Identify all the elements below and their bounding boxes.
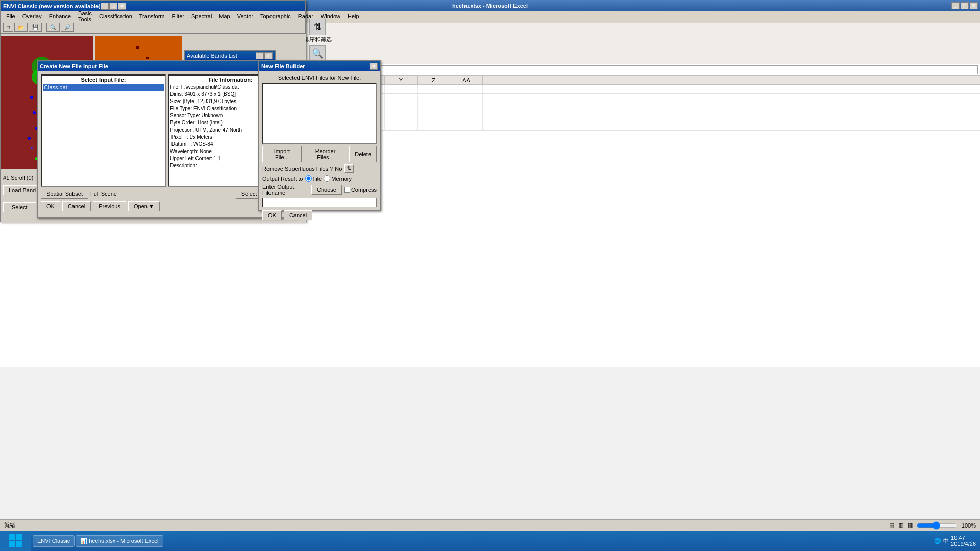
bands-close[interactable]: ✕ (264, 52, 273, 59)
menu-radar[interactable]: Radar (295, 12, 316, 20)
create-previous-button[interactable]: Previous (93, 201, 126, 211)
compress-label[interactable]: Compress (344, 187, 377, 193)
cell[interactable] (450, 94, 483, 103)
sort-filter-btn[interactable]: ⇅ 排序和筛选 (302, 18, 334, 44)
file-list-item[interactable]: Class.dat (43, 84, 164, 91)
select-button[interactable]: Select (3, 202, 36, 212)
spatial-subset-row: Spatial Subset Full Scene Select By File… (41, 189, 293, 199)
col-y[interactable]: Y (385, 76, 418, 84)
memory-radio-label[interactable]: Memory (324, 175, 352, 182)
cell[interactable] (418, 121, 450, 130)
menu-filter[interactable]: Filter (169, 12, 187, 20)
builder-cancel-button[interactable]: Cancel (284, 210, 312, 220)
menu-topographic[interactable]: Topographic (257, 12, 294, 20)
bands-title: Available Bands List (187, 53, 237, 59)
spatial-subset-button[interactable]: Spatial Subset (41, 189, 88, 199)
import-file-button[interactable]: Import File... (262, 146, 302, 162)
toolbar-new[interactable]: □ (3, 23, 13, 32)
menu-vector[interactable]: Vector (234, 12, 256, 20)
choose-button[interactable]: Choose (311, 185, 342, 195)
menu-classification[interactable]: Classification (96, 12, 135, 20)
cell[interactable] (385, 85, 418, 93)
load-band-button[interactable]: Load Band (3, 185, 41, 195)
builder-dialog-controls[interactable]: ✕ (370, 63, 378, 70)
remove-toggle-btn[interactable]: ⇅ (344, 164, 354, 173)
cell[interactable] (450, 121, 483, 130)
compress-checkbox[interactable] (344, 187, 350, 193)
create-open-button[interactable]: Open ▼ (128, 201, 160, 211)
status-bar: 就绪 ▤ ▥ ▦ 100% (0, 519, 980, 531)
bands-title-controls[interactable]: _ ✕ (256, 52, 273, 59)
builder-file-list[interactable] (262, 83, 377, 144)
cell[interactable] (418, 112, 450, 121)
delete-button[interactable]: Delete (349, 146, 377, 162)
cell[interactable] (450, 112, 483, 121)
start-button[interactable] (0, 531, 31, 551)
builder-dialog-titlebar: New File Builder ✕ (259, 61, 380, 71)
menu-overlay[interactable]: Overlay (19, 12, 45, 20)
page-layout-btn[interactable]: ▥ (898, 522, 903, 529)
builder-action-buttons: Import File... Reorder Files... Delete (262, 146, 377, 162)
maximize-btn[interactable]: □ (961, 2, 969, 9)
builder-ok-cancel: OK Cancel (262, 210, 377, 220)
menu-transform[interactable]: Transform (136, 12, 168, 20)
envi-minimize-btn[interactable]: _ (101, 3, 109, 10)
toolbar-open[interactable]: 📂 (14, 23, 28, 32)
cell[interactable] (450, 85, 483, 93)
cell[interactable] (385, 112, 418, 121)
cell[interactable] (418, 103, 450, 112)
col-aa[interactable]: AA (450, 76, 483, 84)
svg-rect-23 (9, 534, 15, 540)
create-dialog-body: Select Input File: Class.dat File Inform… (38, 71, 296, 214)
tray-icon-ie[interactable]: 🌐 (934, 538, 941, 544)
file-radio[interactable] (305, 175, 312, 182)
toolbar-zoom-out[interactable]: 🔎 (61, 23, 74, 32)
create-ok-button[interactable]: OK (41, 201, 60, 211)
zoom-slider[interactable] (917, 521, 958, 530)
file-radio-label[interactable]: File (305, 175, 322, 182)
reorder-files-button[interactable]: Reorder Files... (303, 146, 348, 162)
taskbar-right: 🌐 中 10:47 2019/4/26 (934, 535, 980, 547)
cell[interactable] (385, 121, 418, 130)
page-break-btn[interactable]: ▦ (908, 522, 913, 529)
taskbar-excel[interactable]: 📊 hechu.xlsx - Microsoft Excel (76, 535, 163, 547)
svg-rect-26 (16, 541, 22, 547)
excel-title-controls[interactable]: _ □ ✕ (951, 2, 978, 9)
remove-value: No (335, 166, 342, 172)
builder-dialog-title: New File Builder (261, 63, 370, 69)
create-cancel-button[interactable]: Cancel (62, 201, 91, 211)
menu-spectral[interactable]: Spectral (188, 12, 215, 20)
builder-ok-button[interactable]: OK (262, 210, 282, 220)
cell[interactable] (418, 85, 450, 93)
menu-help[interactable]: Help (345, 12, 362, 20)
tray-icon-kb: 中 (943, 537, 949, 545)
builder-dialog-close[interactable]: ✕ (370, 63, 378, 70)
menu-window[interactable]: Window (317, 12, 344, 20)
create-dialog-title: Create New File Input File (40, 63, 286, 69)
envi-title-controls[interactable]: _ □ ✕ (101, 3, 126, 10)
toolbar-save[interactable]: 💾 (29, 23, 42, 32)
toolbar-zoom-in[interactable]: 🔍 (46, 23, 60, 32)
minimize-btn[interactable]: _ (951, 2, 960, 9)
bands-minimize[interactable]: _ (256, 52, 264, 59)
menu-enhance[interactable]: Enhance (46, 12, 74, 20)
cell[interactable] (418, 94, 450, 103)
cell[interactable] (385, 94, 418, 103)
create-dialog-titlebar: Create New File Input File ✕ (38, 61, 296, 71)
svg-rect-14 (146, 57, 149, 59)
envi-maximize-btn[interactable]: □ (109, 3, 117, 10)
normal-view-btn[interactable]: ▤ (889, 522, 894, 529)
taskbar-envi[interactable]: ENVI Classic (33, 535, 75, 547)
col-z[interactable]: Z (418, 76, 450, 84)
output-filename-input[interactable] (262, 198, 377, 207)
cell[interactable] (385, 103, 418, 112)
menu-file[interactable]: File (3, 12, 18, 20)
memory-radio[interactable] (324, 175, 330, 182)
cell[interactable] (450, 103, 483, 112)
envi-title: ENVI Classic (new version available) (3, 3, 101, 9)
menu-basic-tools[interactable]: Basic Tools (75, 9, 95, 23)
envi-close-btn[interactable]: ✕ (118, 3, 126, 10)
windows-logo-icon (8, 533, 23, 548)
close-btn[interactable]: ✕ (970, 2, 978, 9)
menu-map[interactable]: Map (216, 12, 233, 20)
